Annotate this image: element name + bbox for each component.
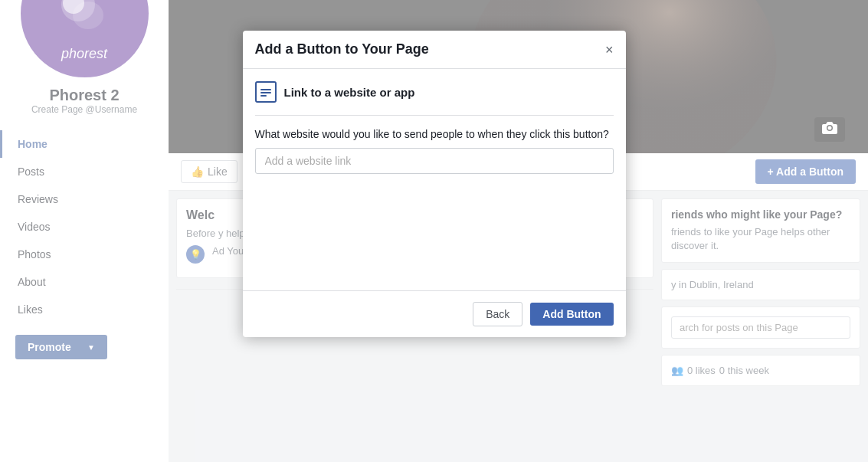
modal-header: Add a Button to Your Page ×: [243, 31, 626, 69]
modal-section-title: Link to a website or app: [284, 86, 415, 99]
modal-body: Link to a website or app What website wo…: [243, 69, 626, 290]
modal-question: What website would you like to send peop…: [255, 128, 614, 140]
svg-rect-8: [260, 95, 267, 97]
svg-rect-7: [260, 92, 271, 93]
page-wrapper: phorest Phorest 2 Create Page @Username …: [0, 0, 868, 462]
svg-rect-6: [260, 89, 271, 90]
modal-section-header: Link to a website or app: [255, 81, 614, 103]
website-input[interactable]: [255, 148, 614, 174]
link-icon: [255, 81, 277, 103]
modal-divider: [255, 115, 614, 116]
modal-footer: Back Add Button: [243, 290, 626, 337]
modal-title: Add a Button to Your Page: [255, 41, 429, 57]
back-button[interactable]: Back: [473, 302, 522, 326]
modal-close-button[interactable]: ×: [605, 43, 614, 57]
modal-overlay: Add a Button to Your Page × Link to a we…: [0, 0, 868, 462]
add-button[interactable]: Add Button: [530, 303, 613, 326]
modal-dialog: Add a Button to Your Page × Link to a we…: [243, 31, 626, 337]
